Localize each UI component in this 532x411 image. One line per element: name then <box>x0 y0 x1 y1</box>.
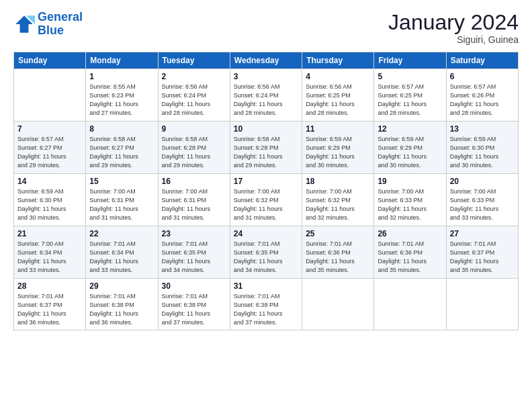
col-tuesday: Tuesday <box>158 52 230 69</box>
calendar-cell: 18Sunrise: 7:00 AMSunset: 6:32 PMDayligh… <box>302 174 374 226</box>
cell-info: Sunrise: 6:59 AMSunset: 6:29 PMDaylight:… <box>306 135 370 170</box>
day-number: 8 <box>89 124 154 134</box>
cell-info: Sunrise: 7:01 AMSunset: 6:37 PMDaylight:… <box>450 240 515 275</box>
day-number: 20 <box>450 177 515 186</box>
cell-info: Sunrise: 7:01 AMSunset: 6:35 PMDaylight:… <box>234 240 298 275</box>
calendar-cell: 25Sunrise: 7:01 AMSunset: 6:36 PMDayligh… <box>302 226 374 279</box>
day-number: 28 <box>17 281 82 291</box>
calendar-cell: 7Sunrise: 6:57 AMSunset: 6:27 PMDaylight… <box>14 122 86 174</box>
calendar-cell: 22Sunrise: 7:01 AMSunset: 6:34 PMDayligh… <box>86 226 158 279</box>
day-number: 18 <box>306 177 370 186</box>
title-block: January 2024 Siguiri, Guinea <box>388 11 519 45</box>
cell-info: Sunrise: 6:56 AMSunset: 6:25 PMDaylight:… <box>306 83 370 118</box>
day-number: 17 <box>234 177 298 186</box>
day-number: 14 <box>17 177 82 186</box>
calendar-cell: 12Sunrise: 6:59 AMSunset: 6:29 PMDayligh… <box>374 122 446 174</box>
day-number: 10 <box>234 124 298 134</box>
cell-info: Sunrise: 7:00 AMSunset: 6:32 PMDaylight:… <box>306 187 370 222</box>
calendar-week-row: 1Sunrise: 6:55 AMSunset: 6:23 PMDaylight… <box>14 69 519 122</box>
cell-info: Sunrise: 7:01 AMSunset: 6:36 PMDaylight:… <box>378 240 442 275</box>
cell-info: Sunrise: 6:55 AMSunset: 6:23 PMDaylight:… <box>89 83 154 118</box>
calendar-cell: 9Sunrise: 6:58 AMSunset: 6:28 PMDaylight… <box>158 122 230 174</box>
calendar-cell: 2Sunrise: 6:56 AMSunset: 6:24 PMDaylight… <box>158 69 230 122</box>
calendar-cell: 26Sunrise: 7:01 AMSunset: 6:36 PMDayligh… <box>374 226 446 279</box>
logo-icon <box>13 13 35 35</box>
day-number: 29 <box>89 281 154 291</box>
day-number: 25 <box>306 229 370 238</box>
cell-info: Sunrise: 7:00 AMSunset: 6:31 PMDaylight:… <box>162 187 226 222</box>
day-number: 23 <box>162 229 226 238</box>
calendar-week-row: 28Sunrise: 7:01 AMSunset: 6:37 PMDayligh… <box>14 279 519 330</box>
cell-info: Sunrise: 6:59 AMSunset: 6:29 PMDaylight:… <box>378 135 442 170</box>
calendar-week-row: 7Sunrise: 6:57 AMSunset: 6:27 PMDaylight… <box>14 122 519 174</box>
cell-info: Sunrise: 6:56 AMSunset: 6:24 PMDaylight:… <box>162 83 226 118</box>
calendar-cell <box>446 279 518 330</box>
header: General Blue January 2024 Siguiri, Guine… <box>13 11 519 45</box>
day-number: 6 <box>450 72 515 81</box>
calendar-cell: 8Sunrise: 6:58 AMSunset: 6:27 PMDaylight… <box>86 122 158 174</box>
cell-info: Sunrise: 7:01 AMSunset: 6:36 PMDaylight:… <box>306 240 370 275</box>
cell-info: Sunrise: 6:57 AMSunset: 6:25 PMDaylight:… <box>378 83 442 118</box>
cell-info: Sunrise: 6:58 AMSunset: 6:28 PMDaylight:… <box>234 135 298 170</box>
logo-text: General Blue <box>38 11 83 38</box>
day-number: 2 <box>162 72 226 81</box>
calendar-cell: 3Sunrise: 6:56 AMSunset: 6:24 PMDaylight… <box>230 69 302 122</box>
calendar-cell: 31Sunrise: 7:01 AMSunset: 6:38 PMDayligh… <box>230 279 302 330</box>
calendar-table: Sunday Monday Tuesday Wednesday Thursday… <box>13 52 519 330</box>
cell-info: Sunrise: 6:59 AMSunset: 6:30 PMDaylight:… <box>17 187 82 222</box>
day-number: 22 <box>89 229 154 238</box>
calendar-cell: 1Sunrise: 6:55 AMSunset: 6:23 PMDaylight… <box>86 69 158 122</box>
cell-info: Sunrise: 6:57 AMSunset: 6:27 PMDaylight:… <box>17 135 82 170</box>
logo: General Blue <box>13 11 83 38</box>
header-row: Sunday Monday Tuesday Wednesday Thursday… <box>14 52 519 69</box>
cell-info: Sunrise: 7:00 AMSunset: 6:33 PMDaylight:… <box>450 187 515 222</box>
calendar-cell: 15Sunrise: 7:00 AMSunset: 6:31 PMDayligh… <box>86 174 158 226</box>
cell-info: Sunrise: 6:58 AMSunset: 6:28 PMDaylight:… <box>162 135 226 170</box>
calendar-cell: 11Sunrise: 6:59 AMSunset: 6:29 PMDayligh… <box>302 122 374 174</box>
calendar-cell: 27Sunrise: 7:01 AMSunset: 6:37 PMDayligh… <box>446 226 518 279</box>
calendar-cell: 13Sunrise: 6:59 AMSunset: 6:30 PMDayligh… <box>446 122 518 174</box>
col-monday: Monday <box>86 52 158 69</box>
location: Siguiri, Guinea <box>388 34 519 45</box>
calendar-cell: 30Sunrise: 7:01 AMSunset: 6:38 PMDayligh… <box>158 279 230 330</box>
day-number: 12 <box>378 124 442 134</box>
calendar-cell: 28Sunrise: 7:01 AMSunset: 6:37 PMDayligh… <box>14 279 86 330</box>
col-wednesday: Wednesday <box>230 52 302 69</box>
calendar-cell: 10Sunrise: 6:58 AMSunset: 6:28 PMDayligh… <box>230 122 302 174</box>
calendar-cell: 19Sunrise: 7:00 AMSunset: 6:33 PMDayligh… <box>374 174 446 226</box>
calendar-cell: 29Sunrise: 7:01 AMSunset: 6:38 PMDayligh… <box>86 279 158 330</box>
cell-info: Sunrise: 7:00 AMSunset: 6:31 PMDaylight:… <box>89 187 154 222</box>
col-sunday: Sunday <box>14 52 86 69</box>
day-number: 27 <box>450 229 515 238</box>
calendar-cell: 24Sunrise: 7:01 AMSunset: 6:35 PMDayligh… <box>230 226 302 279</box>
cell-info: Sunrise: 6:56 AMSunset: 6:24 PMDaylight:… <box>234 83 298 118</box>
calendar-cell: 16Sunrise: 7:00 AMSunset: 6:31 PMDayligh… <box>158 174 230 226</box>
calendar-cell: 4Sunrise: 6:56 AMSunset: 6:25 PMDaylight… <box>302 69 374 122</box>
day-number: 5 <box>378 72 442 81</box>
cell-info: Sunrise: 7:01 AMSunset: 6:35 PMDaylight:… <box>162 240 226 275</box>
calendar-cell <box>374 279 446 330</box>
calendar-cell: 14Sunrise: 6:59 AMSunset: 6:30 PMDayligh… <box>14 174 86 226</box>
day-number: 9 <box>162 124 226 134</box>
cell-info: Sunrise: 7:00 AMSunset: 6:32 PMDaylight:… <box>234 187 298 222</box>
day-number: 4 <box>306 72 370 81</box>
day-number: 1 <box>89 72 154 81</box>
cell-info: Sunrise: 6:59 AMSunset: 6:30 PMDaylight:… <box>450 135 515 170</box>
day-number: 30 <box>162 281 226 291</box>
day-number: 19 <box>378 177 442 186</box>
day-number: 26 <box>378 229 442 238</box>
cell-info: Sunrise: 7:01 AMSunset: 6:38 PMDaylight:… <box>234 292 298 327</box>
cell-info: Sunrise: 7:00 AMSunset: 6:34 PMDaylight:… <box>17 240 82 275</box>
cell-info: Sunrise: 6:58 AMSunset: 6:27 PMDaylight:… <box>89 135 154 170</box>
cell-info: Sunrise: 7:01 AMSunset: 6:38 PMDaylight:… <box>162 292 226 327</box>
day-number: 11 <box>306 124 370 134</box>
day-number: 21 <box>17 229 82 238</box>
calendar-cell: 6Sunrise: 6:57 AMSunset: 6:26 PMDaylight… <box>446 69 518 122</box>
logo-line2: Blue <box>38 24 64 37</box>
cell-info: Sunrise: 7:00 AMSunset: 6:33 PMDaylight:… <box>378 187 442 222</box>
day-number: 15 <box>89 177 154 186</box>
calendar-cell <box>14 69 86 122</box>
calendar-cell <box>302 279 374 330</box>
cell-info: Sunrise: 6:57 AMSunset: 6:26 PMDaylight:… <box>450 83 515 118</box>
cell-info: Sunrise: 7:01 AMSunset: 6:38 PMDaylight:… <box>89 292 154 327</box>
